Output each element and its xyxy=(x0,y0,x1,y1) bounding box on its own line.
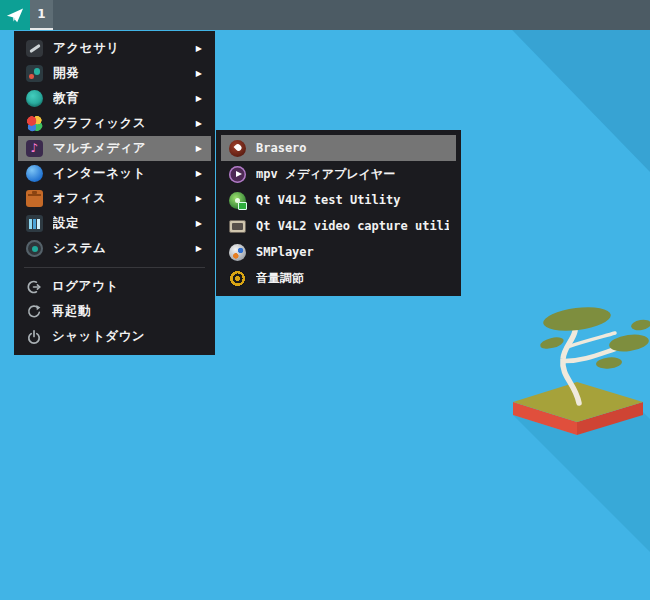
accessories-icon xyxy=(26,40,43,57)
qt-v4l2-capture-icon xyxy=(229,220,246,233)
menu-item-label: グラフィックス xyxy=(53,115,186,132)
logout-icon xyxy=(26,279,42,295)
settings-icon xyxy=(26,215,43,232)
office-icon xyxy=(26,190,43,207)
submenu-arrow-icon: ▶ xyxy=(196,94,204,103)
menu-item-education[interactable]: 教育 ▶ xyxy=(18,86,211,111)
submenu-item-label: Qt V4L2 test Utility xyxy=(256,193,449,207)
volume-icon xyxy=(229,270,246,287)
submenu-item-qt-v4l2-capture[interactable]: Qt V4L2 video capture utility xyxy=(221,213,456,239)
launcher-logo[interactable] xyxy=(0,0,30,30)
menu-item-restart[interactable]: 再起動 xyxy=(18,299,211,324)
menu-item-label: マルチメディア xyxy=(53,140,186,157)
submenu-arrow-icon: ▶ xyxy=(196,44,204,53)
internet-icon xyxy=(26,165,43,182)
menu-item-label: 開発 xyxy=(53,65,186,82)
menu-item-label: ログアウト xyxy=(52,278,204,295)
submenu-arrow-icon: ▶ xyxy=(196,119,204,128)
submenu-item-brasero[interactable]: Brasero xyxy=(221,135,456,161)
menu-item-office[interactable]: オフィス ▶ xyxy=(18,186,211,211)
menu-item-multimedia[interactable]: マルチメディア ▶ xyxy=(18,136,211,161)
menu-item-system[interactable]: システム ▶ xyxy=(18,236,211,261)
submenu-arrow-icon: ▶ xyxy=(196,169,204,178)
menu-item-label: インターネット xyxy=(53,165,186,182)
development-icon xyxy=(26,65,43,82)
submenu-arrow-icon: ▶ xyxy=(196,244,204,253)
education-icon xyxy=(26,90,43,107)
menu-item-internet[interactable]: インターネット ▶ xyxy=(18,161,211,186)
mpv-icon xyxy=(229,166,246,183)
multimedia-submenu: Brasero mpv メディアプレイヤー Qt V4L2 test Utili… xyxy=(216,130,461,296)
applications-menu: アクセサリ ▶ 開発 ▶ 教育 ▶ グラフィックス ▶ マルチメディア ▶ イン… xyxy=(14,31,215,355)
menu-item-logout[interactable]: ログアウト xyxy=(18,274,211,299)
submenu-arrow-icon: ▶ xyxy=(196,144,204,153)
submenu-arrow-icon: ▶ xyxy=(196,194,204,203)
multimedia-icon xyxy=(26,140,43,157)
workspace-label: 1 xyxy=(37,7,45,21)
menu-item-label: アクセサリ xyxy=(53,40,186,57)
menu-separator xyxy=(24,267,205,268)
system-icon xyxy=(26,240,43,257)
submenu-arrow-icon: ▶ xyxy=(196,219,204,228)
menu-item-label: 設定 xyxy=(53,215,186,232)
submenu-item-label: 音量調節 xyxy=(256,270,449,287)
brasero-icon xyxy=(229,140,246,157)
submenu-item-label: mpv メディアプレイヤー xyxy=(256,166,449,183)
top-bar: 1 xyxy=(0,0,650,30)
menu-item-label: 再起動 xyxy=(52,303,204,320)
smplayer-icon xyxy=(229,244,246,261)
menu-item-label: オフィス xyxy=(53,190,186,207)
menu-item-graphics[interactable]: グラフィックス ▶ xyxy=(18,111,211,136)
menu-item-shutdown[interactable]: シャットダウン xyxy=(18,324,211,349)
graphics-icon xyxy=(26,115,43,132)
workspace-1-button[interactable]: 1 xyxy=(30,0,53,30)
bonsai-tree-wallpaper xyxy=(505,305,650,445)
qt-v4l2-test-icon xyxy=(229,192,246,209)
shutdown-icon xyxy=(26,329,42,345)
paper-plane-icon xyxy=(4,4,26,26)
submenu-item-volume-control[interactable]: 音量調節 xyxy=(221,265,456,291)
submenu-arrow-icon: ▶ xyxy=(196,69,204,78)
menu-item-development[interactable]: 開発 ▶ xyxy=(18,61,211,86)
menu-item-accessories[interactable]: アクセサリ ▶ xyxy=(18,36,211,61)
submenu-item-qt-v4l2-test[interactable]: Qt V4L2 test Utility xyxy=(221,187,456,213)
submenu-item-label: SMPlayer xyxy=(256,245,449,259)
submenu-item-smplayer[interactable]: SMPlayer xyxy=(221,239,456,265)
restart-icon xyxy=(26,304,42,320)
submenu-item-mpv[interactable]: mpv メディアプレイヤー xyxy=(221,161,456,187)
menu-item-settings[interactable]: 設定 ▶ xyxy=(18,211,211,236)
menu-item-label: 教育 xyxy=(53,90,186,107)
submenu-item-label: Brasero xyxy=(256,141,449,155)
submenu-item-label: Qt V4L2 video capture utility xyxy=(256,219,449,233)
menu-item-label: シャットダウン xyxy=(52,328,204,345)
menu-item-label: システム xyxy=(53,240,186,257)
